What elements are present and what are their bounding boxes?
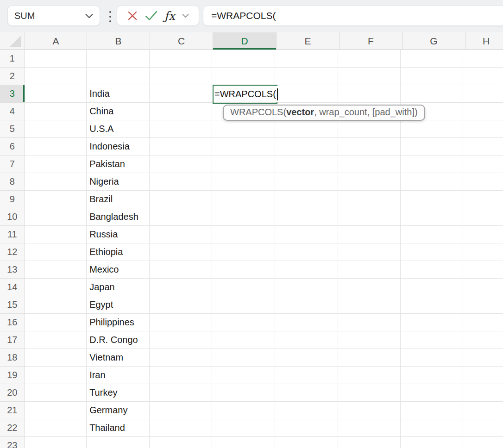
column-header-B[interactable]: B	[87, 32, 150, 50]
cell-B16[interactable]: Philippines	[87, 314, 149, 331]
cell-E1[interactable]	[275, 50, 338, 68]
column-header-G[interactable]: G	[402, 32, 465, 50]
cell-B6[interactable]: Indonesia	[87, 138, 149, 156]
cell-C12[interactable]	[150, 243, 212, 261]
cell-D19[interactable]	[212, 367, 275, 384]
cell-D10[interactable]	[212, 208, 275, 226]
cell-D12[interactable]	[212, 243, 275, 261]
cell-B13[interactable]: Mexico	[87, 261, 149, 279]
cell-G15[interactable]	[401, 296, 463, 314]
cell-E7[interactable]	[275, 156, 338, 173]
active-cell-editor[interactable]: =WRAPCOLS(	[214, 86, 278, 102]
cell-B4[interactable]: China	[87, 103, 149, 120]
cell-A21[interactable]	[25, 402, 87, 419]
cell-B1[interactable]	[87, 50, 149, 68]
cell-A11[interactable]	[25, 226, 87, 243]
cell-A22[interactable]	[25, 419, 87, 437]
cell-F9[interactable]	[338, 191, 401, 208]
cell-F6[interactable]	[338, 138, 401, 156]
cell-E17[interactable]	[275, 331, 338, 349]
cell-H4[interactable]	[463, 103, 503, 120]
cell-E2[interactable]	[275, 68, 338, 85]
row-header-19[interactable]: 19	[0, 367, 25, 384]
cell-H23[interactable]	[463, 437, 503, 448]
cell-G10[interactable]	[401, 208, 463, 226]
cell-B19[interactable]: Iran	[87, 367, 149, 384]
cell-E13[interactable]	[275, 261, 338, 279]
cell-E12[interactable]	[275, 243, 338, 261]
cell-A13[interactable]	[25, 261, 87, 279]
cell-G19[interactable]	[401, 367, 463, 384]
cell-B14[interactable]: Japan	[87, 279, 149, 296]
cell-A3[interactable]	[25, 85, 87, 103]
cell-E5[interactable]	[275, 120, 338, 138]
cell-E23[interactable]	[275, 437, 338, 448]
cell-D20[interactable]	[212, 384, 275, 402]
cell-G2[interactable]	[401, 68, 463, 85]
cell-A17[interactable]	[25, 331, 87, 349]
cell-E22[interactable]	[275, 419, 338, 437]
row-header-17[interactable]: 17	[0, 331, 25, 349]
name-box-chevron-down-icon[interactable]	[85, 13, 93, 19]
cell-H16[interactable]	[463, 314, 503, 331]
column-header-F[interactable]: F	[340, 32, 402, 50]
cell-E3[interactable]	[275, 85, 338, 103]
cell-C2[interactable]	[150, 68, 212, 85]
cell-B18[interactable]: Vietnam	[87, 349, 149, 367]
row-header-1[interactable]: 1	[0, 50, 25, 68]
cell-A10[interactable]	[25, 208, 87, 226]
cell-G6[interactable]	[401, 138, 463, 156]
cell-C15[interactable]	[150, 296, 212, 314]
cell-G16[interactable]	[401, 314, 463, 331]
cell-B15[interactable]: Egypt	[87, 296, 149, 314]
column-header-E[interactable]: E	[277, 32, 340, 50]
cell-C20[interactable]	[150, 384, 212, 402]
row-header-11[interactable]: 11	[0, 226, 25, 243]
cancel-icon[interactable]	[127, 10, 138, 21]
cell-D18[interactable]	[212, 349, 275, 367]
cell-F12[interactable]	[338, 243, 401, 261]
cell-A8[interactable]	[25, 173, 87, 191]
cell-G11[interactable]	[401, 226, 463, 243]
cell-B12[interactable]: Ethiopia	[87, 243, 149, 261]
cell-H13[interactable]	[463, 261, 503, 279]
cell-H22[interactable]	[463, 419, 503, 437]
cell-C16[interactable]	[150, 314, 212, 331]
cell-H14[interactable]	[463, 279, 503, 296]
cell-F23[interactable]	[338, 437, 401, 448]
row-header-2[interactable]: 2	[0, 68, 25, 85]
cell-D22[interactable]	[212, 419, 275, 437]
column-header-C[interactable]: C	[150, 32, 213, 50]
cell-C4[interactable]	[150, 103, 212, 120]
cell-D17[interactable]	[212, 331, 275, 349]
confirm-icon[interactable]	[145, 11, 157, 21]
cell-A20[interactable]	[25, 384, 87, 402]
cell-A23[interactable]	[25, 437, 87, 448]
cell-D21[interactable]	[212, 402, 275, 419]
cell-D16[interactable]	[212, 314, 275, 331]
row-header-10[interactable]: 10	[0, 208, 25, 226]
row-header-21[interactable]: 21	[0, 402, 25, 419]
cell-A19[interactable]	[25, 367, 87, 384]
cell-F13[interactable]	[338, 261, 401, 279]
cell-E18[interactable]	[275, 349, 338, 367]
cell-C22[interactable]	[150, 419, 212, 437]
cell-G20[interactable]	[401, 384, 463, 402]
cell-H18[interactable]	[463, 349, 503, 367]
cell-F17[interactable]	[338, 331, 401, 349]
cell-G22[interactable]	[401, 419, 463, 437]
cell-D13[interactable]	[212, 261, 275, 279]
row-header-8[interactable]: 8	[0, 173, 25, 191]
cell-D11[interactable]	[212, 226, 275, 243]
cell-F22[interactable]	[338, 419, 401, 437]
cell-G23[interactable]	[401, 437, 463, 448]
cell-C13[interactable]	[150, 261, 212, 279]
fx-chevron-down-icon[interactable]	[182, 13, 189, 18]
cell-D8[interactable]	[212, 173, 275, 191]
cell-C14[interactable]	[150, 279, 212, 296]
formula-bar[interactable]: =WRAPCOLS(	[203, 6, 503, 26]
row-header-18[interactable]: 18	[0, 349, 25, 367]
cell-H7[interactable]	[463, 156, 503, 173]
cell-F16[interactable]	[338, 314, 401, 331]
column-header-H[interactable]: H	[465, 32, 503, 50]
